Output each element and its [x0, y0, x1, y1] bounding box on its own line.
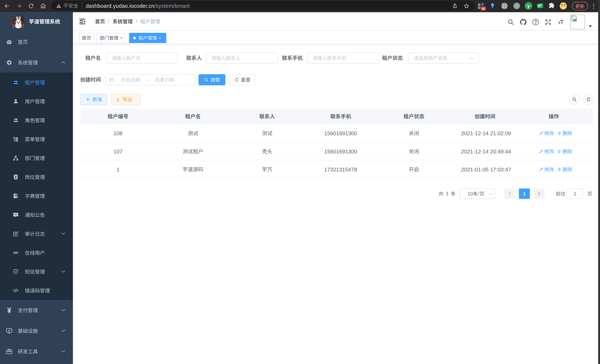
- svg-text:y: y: [527, 3, 530, 8]
